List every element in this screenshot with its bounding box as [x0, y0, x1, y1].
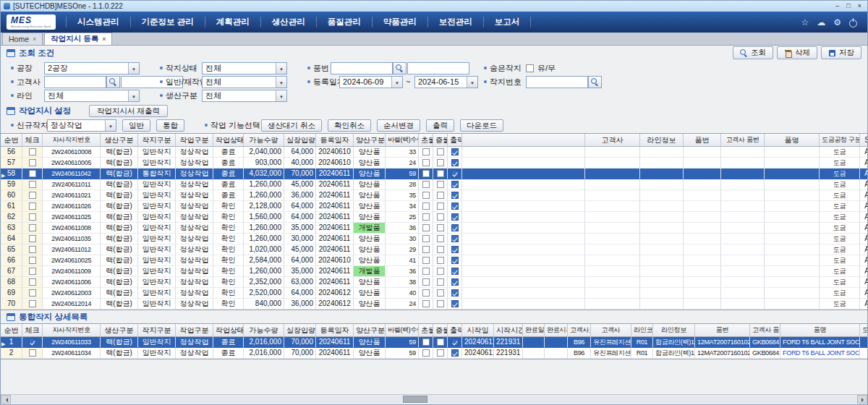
- cell-print[interactable]: [448, 266, 462, 277]
- cell-print[interactable]: [448, 299, 462, 310]
- cell-mid_lot[interactable]: [433, 223, 448, 234]
- checkbox-print[interactable]: [451, 202, 459, 210]
- cell-check[interactable]: [22, 348, 43, 359]
- column-header-order_type[interactable]: 작지구분: [138, 134, 176, 147]
- scrollbar-thumb[interactable]: [403, 396, 427, 403]
- checkbox-first_lot[interactable]: [422, 246, 430, 253]
- cell-first_lot[interactable]: [419, 223, 433, 234]
- grid-row-62[interactable]: 622W240611025랙(합금)일반작지정상작업확인1,560,00064,…: [1, 212, 868, 223]
- checkbox-mid_lot[interactable]: [437, 268, 444, 275]
- cell-check[interactable]: [22, 266, 43, 277]
- column-header-prod_type[interactable]: 생산구분: [101, 324, 138, 337]
- cell-first_lot[interactable]: [419, 212, 433, 223]
- cell-first_lot[interactable]: [419, 255, 433, 266]
- column-header-order_no[interactable]: 자사작지번호: [43, 134, 101, 147]
- column-header-cust_item[interactable]: 고객사 품번: [750, 324, 780, 337]
- cell-print[interactable]: [448, 348, 462, 359]
- checkbox-print[interactable]: [451, 159, 459, 166]
- column-header-order_no[interactable]: 자사작지번호: [43, 324, 101, 337]
- date-to-select[interactable]: 2024-06-15: [414, 76, 478, 88]
- column-header-work_type[interactable]: 작업구분: [176, 324, 213, 337]
- checkbox-mid_lot[interactable]: [437, 224, 444, 231]
- column-header-line_info[interactable]: 라인정보: [653, 324, 695, 337]
- cell-mid_lot[interactable]: [433, 158, 448, 169]
- checkbox-check[interactable]: [29, 268, 36, 275]
- chevron-down-icon[interactable]: [105, 120, 116, 131]
- scroll-left-button[interactable]: [1, 395, 11, 404]
- checkbox-check[interactable]: [29, 289, 36, 297]
- function-button-1[interactable]: 확인취소: [328, 119, 371, 132]
- scroll-right-button[interactable]: [857, 395, 867, 404]
- cloud-icon[interactable]: ☁: [817, 18, 825, 27]
- column-header-plating[interactable]: 도금공정 구분: [860, 324, 868, 337]
- column-header-status[interactable]: 작업상태: [213, 324, 244, 337]
- checkbox-mid_lot[interactable]: [437, 159, 444, 166]
- checkbox-print[interactable]: [451, 246, 459, 253]
- checkbox-check[interactable]: [29, 257, 36, 264]
- column-header-qty[interactable]: 가능수량: [244, 324, 284, 337]
- function-button-3[interactable]: 출력: [426, 119, 454, 132]
- checkbox-first_lot[interactable]: [422, 192, 430, 199]
- cell-first_lot[interactable]: [419, 277, 433, 288]
- cell-check[interactable]: [22, 299, 43, 310]
- checkbox-first_lot[interactable]: [422, 224, 430, 231]
- search-button[interactable]: 조회: [733, 46, 773, 59]
- checkbox-mid_lot[interactable]: [437, 170, 444, 177]
- cell-print[interactable]: [448, 147, 462, 158]
- checkbox-print[interactable]: [451, 300, 459, 307]
- nav-item-6[interactable]: 보전관리: [428, 17, 484, 27]
- order-no-search-button[interactable]: [588, 76, 602, 88]
- cell-mid_lot[interactable]: [433, 169, 448, 179]
- checkbox-first_lot[interactable]: [422, 235, 430, 242]
- checkbox-print[interactable]: [451, 213, 459, 221]
- cell-mid_lot[interactable]: [433, 234, 448, 244]
- grid-row-64[interactable]: 642W240611035랙(합금)일반작지정상작업확인1,260,00030,…: [1, 234, 868, 244]
- checkbox-first_lot[interactable]: [422, 181, 430, 188]
- cell-check[interactable]: [22, 179, 43, 190]
- column-header-prod_class[interactable]: 양산구분: [354, 134, 386, 147]
- rework-select[interactable]: 전체: [202, 76, 287, 88]
- checkbox-mid_lot[interactable]: [437, 246, 444, 253]
- checkbox-check[interactable]: [29, 181, 36, 188]
- chevron-down-icon[interactable]: [276, 63, 286, 74]
- cell-check[interactable]: [22, 147, 43, 158]
- nav-item-7[interactable]: 보고서: [484, 17, 532, 27]
- cell-print[interactable]: [448, 223, 462, 234]
- checkbox-print[interactable]: [451, 289, 459, 297]
- cell-print[interactable]: [448, 255, 462, 266]
- cell-print[interactable]: [448, 244, 462, 255]
- column-header-mid_lot[interactable]: 증물: [433, 134, 448, 147]
- checkbox-mid_lot[interactable]: [437, 202, 444, 210]
- column-header-input_qty[interactable]: 실장입량: [284, 324, 316, 337]
- column-header-barrel[interactable]: 바렐(랙)수량: [386, 134, 419, 147]
- cell-mid_lot[interactable]: [433, 277, 448, 288]
- checkbox-mid_lot[interactable]: [437, 181, 444, 188]
- factory-select[interactable]: 2공장: [44, 62, 140, 74]
- function-button-2[interactable]: 순서변경: [377, 119, 420, 132]
- nav-item-4[interactable]: 품질관리: [317, 17, 373, 27]
- tab-close-icon[interactable]: ×: [102, 35, 106, 43]
- hidden-order-checkbox[interactable]: [526, 64, 534, 72]
- checkbox-check[interactable]: [29, 148, 36, 155]
- column-header-sp[interactable]: [462, 134, 585, 147]
- column-header-mid_lot[interactable]: 증물: [433, 324, 448, 337]
- grid-row-1[interactable]: 12W240611033랙(합금)일반작지정상작업종료2,016,00070,0…: [1, 337, 868, 348]
- column-header-reg_date[interactable]: 등록일자: [316, 134, 354, 147]
- nav-item-0[interactable]: 시스템관리: [66, 17, 131, 27]
- checkbox-mid_lot[interactable]: [437, 278, 444, 286]
- chevron-down-icon[interactable]: [276, 77, 286, 88]
- grid-row-56[interactable]: 562W240610008랙(합금)일반작지정상작업종료2,040,00064,…: [1, 147, 868, 158]
- grid-row-59[interactable]: 592W240611011랙(합금)일반작지정상작업종료1,260,00045,…: [1, 179, 868, 190]
- cell-mid_lot[interactable]: [433, 299, 448, 310]
- nav-item-1[interactable]: 기준정보 관리: [131, 17, 205, 27]
- cell-first_lot[interactable]: [419, 348, 433, 359]
- checkbox-mid_lot[interactable]: [437, 192, 444, 199]
- grid-row-61[interactable]: 612W240611026랙(합금)일반작지정상작업확인2,128,00064,…: [1, 201, 868, 212]
- cell-check[interactable]: [22, 234, 43, 244]
- column-header-prod_class[interactable]: 양산구분: [354, 324, 386, 337]
- column-header-first_lot[interactable]: 초물: [419, 324, 433, 337]
- tab-1[interactable]: 작업지시 등록×: [44, 33, 112, 45]
- checkbox-first_lot[interactable]: [422, 257, 430, 264]
- checkbox-first_lot[interactable]: [422, 300, 430, 307]
- grid-row-69[interactable]: 692W240612003랙(합금)일반작지정상작업확인2,520,00064,…: [1, 288, 868, 299]
